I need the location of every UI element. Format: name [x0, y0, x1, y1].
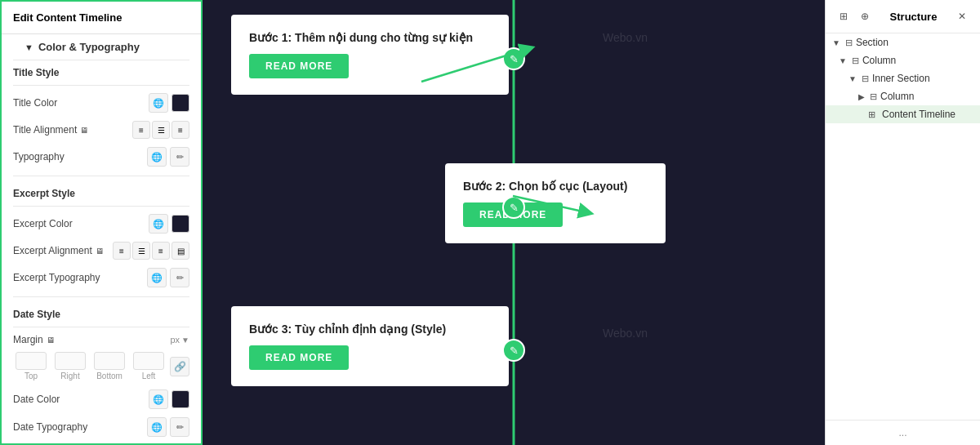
tree-inner-section[interactable]: ▼ ⊟ Inner Section	[826, 69, 980, 87]
margin-right-input[interactable]	[55, 352, 86, 370]
tree-column-1-label: Column	[862, 55, 896, 66]
excerpt-color-controls: 🌐	[149, 214, 189, 234]
margin-left-input[interactable]	[133, 352, 164, 370]
margin-bottom-label: Bottom	[96, 372, 122, 380]
structure-left-icons: ⊞ ⊕	[835, 8, 873, 24]
card1-title: Bước 1: Thêm nội dung cho từng sự kiện	[249, 31, 491, 44]
excerpt-typography-controls: 🌐 ✏	[147, 268, 189, 287]
tree-column-1-arrow: ▼	[839, 56, 847, 65]
margin-bottom-wrap: Bottom	[91, 352, 127, 380]
date-color-controls: 🌐	[149, 389, 189, 409]
structure-icon-2[interactable]: ⊕	[857, 8, 873, 24]
margin-label: Margin 🖥	[13, 334, 55, 345]
tree-inner-section-arrow: ▼	[849, 74, 857, 83]
title-typo-edit-icon[interactable]: ✏	[170, 147, 189, 167]
margin-top-wrap: Top	[13, 352, 49, 380]
timeline-dot-2[interactable]: ✎	[502, 196, 525, 219]
tree-column-1[interactable]: ▼ ⊟ Column	[826, 51, 980, 69]
excerpt-align-right-btn[interactable]: ≡	[152, 242, 170, 260]
tree-section-arrow: ▼	[832, 38, 840, 47]
timeline-card-1: Bước 1: Thêm nội dung cho từng sự kiện R…	[231, 15, 509, 95]
align-left-btn[interactable]: ≡	[132, 121, 150, 139]
date-style-header: Date Style	[13, 302, 189, 323]
timeline-card-3: Bước 3: Tùy chỉnh định dạng (Style) READ…	[231, 306, 509, 386]
excerpt-align-left-btn[interactable]: ≡	[113, 242, 131, 260]
date-typography-label: Date Typography	[13, 421, 87, 433]
monitor-icon: 🖥	[80, 126, 88, 135]
date-color-swatch[interactable]	[172, 390, 189, 408]
date-color-globe-icon[interactable]: 🌐	[149, 389, 168, 409]
main-canvas: Webo.vn Webo.vn Webo.vn Bước 1: Thêm nội…	[203, 0, 825, 445]
card3-read-more-btn[interactable]: READ MORE	[249, 345, 349, 370]
structure-close-icon[interactable]: ✕	[954, 8, 970, 24]
timeline-dot-1[interactable]: ✎	[502, 47, 525, 70]
excerpt-color-label: Excerpt Color	[13, 218, 73, 229]
margin-inputs: Top Right Bottom Left 🔗	[13, 352, 189, 380]
timeline-dot-3[interactable]: ✎	[502, 339, 525, 362]
tree-inner-section-icon: ⊟	[862, 73, 869, 84]
tree-root: ▼ ⊟ Section ▼ ⊟ Column ▼ ⊟ Inner Section…	[826, 33, 980, 123]
excerpt-typo-edit-icon[interactable]: ✏	[170, 268, 189, 287]
margin-link-btn[interactable]: 🔗	[170, 357, 189, 376]
align-center-btn[interactable]: ☰	[152, 121, 170, 139]
excerpt-typography-row: Excerpt Typography 🌐 ✏	[13, 264, 189, 291]
margin-bottom-input[interactable]	[94, 352, 125, 370]
title-color-controls: 🌐	[149, 93, 189, 113]
title-color-label: Title Color	[13, 97, 57, 109]
card3-title: Bước 3: Tùy chỉnh định dạng (Style)	[249, 323, 491, 336]
date-color-row: Date Color 🌐	[13, 385, 189, 413]
tree-section-label: Section	[856, 37, 889, 48]
align-right-btn[interactable]: ≡	[172, 121, 189, 139]
tree-content-timeline-icon: ⊞	[868, 109, 875, 120]
panel-header: Edit Content Timeline	[2, 2, 201, 34]
date-color-label: Date Color	[13, 394, 60, 405]
excerpt-typography-label: Excerpt Typography	[13, 272, 100, 283]
date-typo-edit-icon[interactable]: ✏	[170, 417, 189, 437]
structure-icon-1[interactable]: ⊞	[835, 8, 852, 24]
tree-section[interactable]: ▼ ⊟ Section	[826, 33, 980, 51]
date-typo-globe-icon[interactable]: 🌐	[147, 417, 167, 437]
margin-right-wrap: Right	[52, 352, 88, 380]
excerpt-color-swatch[interactable]	[172, 215, 189, 233]
excerpt-color-row: Excerpt Color 🌐	[13, 210, 189, 238]
tree-column-2[interactable]: ▶ ⊟ Column	[826, 87, 980, 105]
tree-column-2-icon: ⊟	[870, 91, 877, 102]
margin-unit: px ▼	[170, 335, 189, 345]
color-typography-section: ▼ Color & Typography	[13, 34, 189, 60]
tree-content-timeline[interactable]: ⊞ Content Timeline	[826, 105, 980, 123]
title-alignment-label: Title Alignment 🖥	[13, 124, 88, 136]
excerpt-style-header: Excerpt Style	[13, 181, 189, 202]
tree-inner-section-label: Inner Section	[872, 73, 930, 84]
excerpt-align-group: ≡ ☰ ≡ ▤	[113, 242, 189, 260]
panel-title: Edit Content Timeline	[13, 11, 122, 24]
title-typography-row: Typography 🌐 ✏	[13, 143, 189, 171]
margin-monitor-icon: 🖥	[47, 336, 55, 345]
card1-read-more-btn[interactable]: READ MORE	[249, 54, 349, 78]
excerpt-typo-globe-icon[interactable]: 🌐	[147, 268, 167, 287]
structure-footer: ...	[826, 420, 980, 445]
title-color-row: Title Color 🌐	[13, 89, 189, 117]
tree-content-timeline-label: Content Timeline	[882, 109, 956, 120]
excerpt-alignment-label: Excerpt Alignment 🖥	[13, 245, 104, 256]
tree-column-2-label: Column	[880, 91, 914, 102]
tree-column-2-arrow: ▶	[858, 92, 865, 101]
title-typo-globe-icon[interactable]: 🌐	[147, 147, 167, 167]
title-color-swatch[interactable]	[172, 94, 189, 112]
excerpt-color-globe-icon[interactable]: 🌐	[149, 214, 168, 234]
excerpt-align-center-btn[interactable]: ☰	[132, 242, 150, 260]
title-color-globe-icon[interactable]: 🌐	[149, 93, 168, 113]
title-typography-controls: 🌐 ✏	[147, 147, 189, 167]
structure-title: Structure	[873, 11, 954, 23]
excerpt-align-justify-btn[interactable]: ▤	[172, 242, 189, 260]
title-alignment-row: Title Alignment 🖥 ≡ ☰ ≡	[13, 117, 189, 143]
margin-left-wrap: Left	[131, 352, 167, 380]
tree-column-1-icon: ⊟	[852, 56, 859, 66]
margin-row: Margin 🖥 px ▼	[13, 331, 189, 349]
collapse-arrow[interactable]: ▼	[24, 42, 33, 52]
card2-title: Bước 2: Chọn bố cục (Layout)	[463, 180, 648, 193]
excerpt-alignment-row: Excerpt Alignment 🖥 ≡ ☰ ≡ ▤	[13, 238, 189, 264]
tree-section-icon: ⊟	[845, 38, 853, 48]
margin-top-input[interactable]	[16, 352, 47, 370]
title-align-group: ≡ ☰ ≡	[132, 121, 189, 139]
title-style-header: Title Style	[13, 60, 189, 82]
